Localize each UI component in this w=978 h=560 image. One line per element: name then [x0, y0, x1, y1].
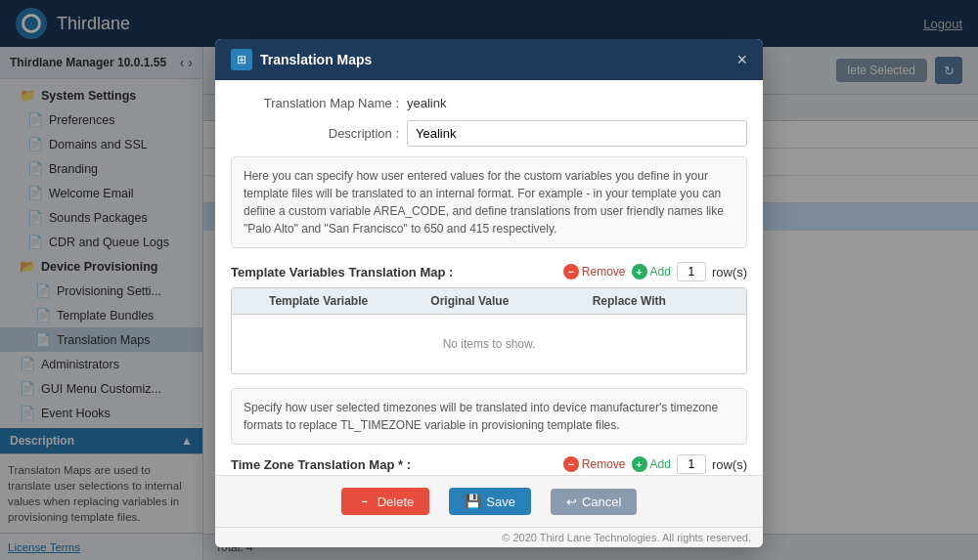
name-value-display: yealink — [407, 96, 446, 110]
tz-remove-button[interactable]: − Remove — [563, 456, 626, 472]
name-label: Translation Map Name : — [231, 96, 407, 110]
template-vars-label: Template Variables Translation Map : — [231, 265, 453, 280]
remove-circle-icon: − — [563, 264, 579, 280]
template-rows-label: row(s) — [712, 265, 747, 280]
col-check — [232, 288, 261, 314]
tz-remove-circle-icon: − — [563, 456, 579, 472]
template-table-body: No items to show. — [232, 315, 746, 373]
cancel-label: Cancel — [582, 495, 621, 509]
name-form-row: Translation Map Name : yealink — [231, 96, 747, 110]
delete-label: Delete — [378, 495, 415, 509]
modal-header-left: ⊞ Translation Maps — [231, 49, 372, 70]
tz-remove-label: Remove — [582, 457, 626, 471]
save-button[interactable]: 💾 Save — [449, 488, 531, 515]
col-original-value: Original Value — [422, 288, 584, 314]
template-row-count-input[interactable] — [677, 262, 706, 281]
modal-header-icon: ⊞ — [231, 49, 252, 70]
tz-add-circle-icon: + — [632, 456, 647, 472]
tz-info-box: Specify how user selected timezones will… — [231, 388, 747, 445]
desc-input[interactable] — [407, 120, 747, 147]
template-add-button[interactable]: + Add — [632, 264, 671, 280]
template-empty-msg: No items to show. — [443, 337, 536, 351]
modal-footer: − Delete 💾 Save ↩ Cancel — [215, 475, 763, 527]
copyright-text: © 2020 Third Lane Technologies. All righ… — [502, 532, 751, 543]
modal-overlay: ⊞ Translation Maps × Translation Map Nam… — [0, 0, 978, 560]
translation-maps-modal: ⊞ Translation Maps × Translation Map Nam… — [215, 39, 763, 547]
template-add-label: Add — [650, 265, 671, 279]
desc-label: Description : — [231, 126, 407, 141]
template-table-header: Template Variable Original Value Replace… — [232, 288, 746, 315]
add-circle-icon: + — [632, 264, 647, 280]
map-icon: ⊞ — [237, 53, 246, 66]
tz-row-count-input[interactable] — [677, 454, 706, 474]
tz-rows-label: row(s) — [712, 457, 747, 472]
tz-section-header: Time Zone Translation Map * : − Remove +… — [231, 454, 747, 474]
template-remove-label: Remove — [582, 265, 626, 279]
tz-info-text: Specify how user selected timezones will… — [244, 401, 718, 432]
delete-circle-icon: − — [357, 494, 373, 509]
info-box: Here you can specify how user entered va… — [231, 156, 747, 248]
info-text: Here you can specify how user entered va… — [244, 169, 724, 236]
template-remove-button[interactable]: − Remove — [563, 264, 626, 280]
col-replace-with: Replace With — [585, 288, 746, 314]
template-vars-section-header: Template Variables Translation Map : − R… — [231, 262, 747, 281]
col-template-var: Template Variable — [261, 288, 422, 314]
save-icon: 💾 — [465, 494, 481, 509]
cancel-icon: ↩ — [566, 495, 577, 509]
save-label: Save — [486, 495, 515, 509]
modal-header: ⊞ Translation Maps × — [215, 39, 763, 80]
delete-button[interactable]: − Delete — [341, 488, 430, 515]
modal-close-button[interactable]: × — [736, 50, 747, 70]
tz-section-label: Time Zone Translation Map * : — [231, 457, 411, 472]
modal-body: Translation Map Name : yealink Descripti… — [215, 80, 763, 475]
tz-add-button[interactable]: + Add — [632, 456, 671, 472]
tz-controls: − Remove + Add row(s) — [563, 454, 747, 474]
cancel-button[interactable]: ↩ Cancel — [551, 489, 637, 515]
template-vars-controls: − Remove + Add row(s) — [563, 262, 747, 281]
copyright: © 2020 Third Lane Technologies. All righ… — [215, 527, 763, 547]
desc-form-row: Description : — [231, 120, 747, 147]
tz-add-label: Add — [650, 457, 671, 471]
template-vars-table: Template Variable Original Value Replace… — [231, 287, 747, 374]
modal-title: Translation Maps — [260, 52, 372, 67]
